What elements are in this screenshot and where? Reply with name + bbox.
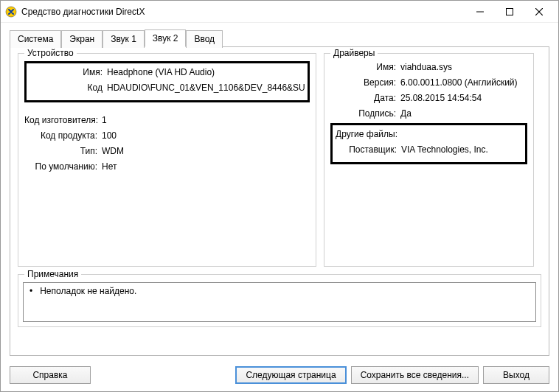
tab-strip: Система Экран Звук 1 Звук 2 Ввод (10, 29, 549, 46)
device-code-value: HDAUDIO\FUNC_01&VEN_1106&DEV_8446&SUBSYS… (107, 82, 305, 94)
notes-group: Примечания Неполадок не найдено. (18, 274, 541, 327)
svg-rect-2 (507, 8, 513, 15)
driver-name-label: Имя: (330, 61, 400, 73)
driver-version-label: Версия: (330, 77, 400, 88)
device-product-label: Код продукта: (24, 130, 102, 141)
minimize-button[interactable] (465, 1, 495, 22)
device-default-label: По умолчанию: (24, 161, 102, 172)
tab-panel: Устройство Имя: Headphone (VIA HD Audio)… (10, 46, 549, 356)
driver-signed-value: Да (400, 108, 527, 119)
notes-item: Неполадок не найдено. (29, 286, 530, 296)
save-all-button[interactable]: Сохранить все сведения... (351, 366, 479, 384)
driver-other-value (401, 128, 522, 140)
device-name-label: Имя: (29, 66, 107, 78)
content-area: Система Экран Звук 1 Звук 2 Ввод Устройс… (1, 23, 558, 360)
device-name-value: Headphone (VIA HD Audio) (107, 66, 305, 78)
device-legend: Устройство (24, 48, 77, 58)
tab-screen[interactable]: Экран (61, 30, 103, 48)
device-mfr-value: 1 (102, 114, 310, 126)
tab-sound1[interactable]: Звук 1 (103, 30, 145, 48)
maximize-button[interactable] (495, 1, 524, 22)
tab-sound2[interactable]: Звук 2 (145, 29, 187, 47)
device-mfr-label: Код изготовителя: (24, 114, 102, 126)
notes-legend: Примечания (24, 269, 81, 279)
exit-button[interactable]: Выход (483, 366, 549, 384)
drivers-highlight: Другие файлы: Поставщик: VIA Technologie… (330, 123, 527, 164)
driver-version-value: 6.00.0011.0800 (Английский) (400, 77, 527, 88)
next-page-button[interactable]: Следующая страница (235, 366, 346, 384)
device-product-value: 100 (102, 130, 310, 141)
drivers-legend: Драйверы (330, 48, 378, 58)
app-icon (5, 6, 17, 18)
device-type-value: WDM (102, 145, 310, 157)
drivers-group: Драйверы Имя: viahduaa.sys Версия: 6.00.… (324, 53, 534, 267)
driver-signed-label: Подпись: (330, 108, 400, 119)
driver-vendor-value: VIA Technologies, Inc. (401, 144, 522, 155)
driver-date-label: Дата: (330, 92, 400, 104)
device-highlight: Имя: Headphone (VIA HD Audio) Код HDAUDI… (24, 61, 310, 102)
main-window: Средство диагностики DirectX Система Экр… (0, 0, 559, 392)
driver-name-value: viahduaa.sys (400, 61, 527, 73)
tab-input[interactable]: Ввод (186, 30, 223, 48)
close-button[interactable] (524, 1, 554, 22)
driver-other-label: Другие файлы: (336, 128, 401, 140)
device-group: Устройство Имя: Headphone (VIA HD Audio)… (18, 53, 316, 267)
notes-box[interactable]: Неполадок не найдено. (23, 282, 536, 322)
driver-date-value: 25.08.2015 14:54:54 (400, 92, 527, 104)
titlebar: Средство диагностики DirectX (1, 1, 558, 23)
device-type-label: Тип: (24, 145, 102, 157)
tab-system[interactable]: Система (10, 30, 61, 48)
window-title: Средство диагностики DirectX (21, 7, 145, 17)
driver-vendor-label: Поставщик: (336, 144, 401, 155)
device-default-value: Нет (102, 161, 310, 172)
device-code-label: Код (29, 82, 107, 94)
footer: Справка Следующая страница Сохранить все… (1, 360, 558, 391)
help-button[interactable]: Справка (10, 366, 91, 384)
